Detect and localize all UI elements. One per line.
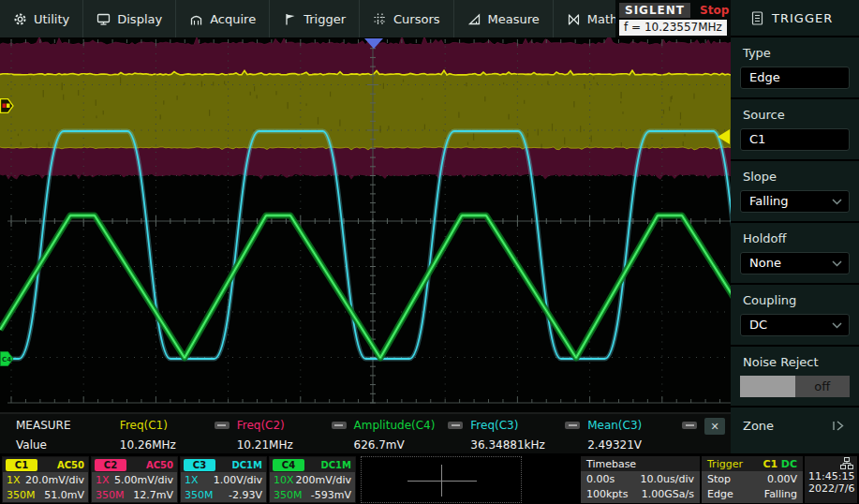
menu-item-display[interactable]: Display	[83, 0, 176, 37]
measure-value: 10.26MHz	[120, 438, 237, 452]
channel-bandwidth: 350M	[7, 488, 36, 502]
trigger-coupling: DC	[781, 458, 797, 470]
channel-offset: 12.7mV	[133, 488, 173, 502]
trigger-level-marker[interactable]	[718, 129, 730, 144]
channel-scale: 200mV/div	[296, 473, 352, 487]
channel-chip[interactable]: C1	[6, 459, 37, 471]
menu-item-cursors[interactable]: Cursors	[360, 0, 454, 37]
remove-measure-button[interactable]	[682, 422, 697, 429]
measure-item-freqc3[interactable]: Freq(C3)36.34881kHz	[470, 414, 587, 453]
remove-measure-button[interactable]	[332, 422, 347, 429]
timebase-delay: 0.00s	[586, 472, 615, 487]
channel-box-c1[interactable]: C1AC501X20.0mV/div350M51.0mV	[2, 456, 89, 503]
trigger-level: 0.00V	[767, 472, 797, 487]
channel-scale: 5.00mV/div	[114, 473, 173, 487]
menu-item-trigger[interactable]: Trigger	[270, 0, 360, 37]
trigger-type-select[interactable]: Edge	[740, 67, 850, 89]
channel-bandwidth: 350M	[274, 488, 303, 502]
remove-measure-button[interactable]	[448, 422, 463, 429]
channel1-offset-marker[interactable]	[0, 98, 14, 113]
channel-bandwidth: 350M	[185, 488, 214, 502]
oscilloscope-screen: UtilityDisplayAcquireTriggerCursorsMeasu…	[0, 0, 859, 504]
close-measure-bar-button[interactable]: ✕	[704, 418, 725, 435]
noise-reject-toggle[interactable]: off	[740, 376, 850, 397]
toggle-state-label: off	[795, 376, 851, 397]
chevron-down-icon	[832, 322, 842, 329]
network-icon[interactable]	[840, 457, 853, 469]
measure-item-amplitudec4[interactable]: Amplitude(C4)626.7mV	[354, 414, 471, 453]
menu-item-acquire[interactable]: Acquire	[176, 0, 270, 37]
channel-chip[interactable]: C3	[184, 459, 215, 471]
trigger-status-box[interactable]: Trigger C1 DC Stop0.00V EdgeFalling	[702, 456, 803, 503]
svg-text:C4: C4	[2, 356, 11, 363]
trigger-status-title: Trigger	[707, 458, 743, 470]
menu-item-label: Utility	[34, 12, 69, 26]
menu-item-label: Acquire	[210, 12, 256, 26]
measure-item-meanc3[interactable]: Mean(C3)2.49321V	[587, 414, 704, 453]
trigger-mode: Stop	[707, 472, 731, 487]
trigger-panel-title: TRIGGER	[731, 0, 859, 37]
channel-bandwidth: 350M	[96, 488, 125, 502]
measure-label: Mean(C3)	[587, 419, 642, 432]
measure-value: 626.7mV	[354, 438, 471, 452]
zone-row[interactable]: Zone	[731, 408, 859, 444]
flag-icon	[283, 12, 297, 26]
trigger-slope: Falling	[764, 487, 797, 502]
trigger-holdoff-select[interactable]: None	[740, 252, 850, 274]
remove-measure-button[interactable]	[215, 422, 230, 429]
trigger-panel: TRIGGER Type Edge Source C1 Slope Fallin…	[731, 0, 859, 454]
trigger-source-select[interactable]: C1	[740, 128, 850, 151]
measure-label: Amplitude(C4)	[354, 419, 436, 432]
measure-icon	[467, 12, 481, 26]
measure-label: Freq(C3)	[470, 419, 518, 432]
measure-value: 36.34881kHz	[470, 438, 587, 452]
chevron-down-icon	[832, 260, 842, 267]
chevron-down-icon	[832, 199, 842, 205]
channel-chip[interactable]: C4	[273, 459, 304, 471]
measure-item-freqc1[interactable]: Freq(C1)10.26MHz	[120, 414, 237, 453]
status-bar: Timebase 0.00s10.0us/div 100kpts1.00GSa/…	[0, 453, 859, 504]
channel-offset: -593mV	[311, 488, 351, 502]
brand-block: SIGLENT Stop f = 10.23557MHz	[615, 0, 731, 37]
channel-box-c2[interactable]: C2AC501X5.00mV/div350M12.7mV	[91, 456, 178, 503]
menu-item-measure[interactable]: Measure	[454, 0, 554, 37]
sample-rate: 1.00GSa/s	[642, 487, 694, 502]
trigger-slope-select[interactable]: Falling	[740, 190, 850, 213]
add-trace-slot[interactable]	[361, 456, 522, 503]
channel-box-c3[interactable]: C3DC1M1X1.00V/div350M-2.93V	[180, 456, 267, 503]
menu-item-utility[interactable]: Utility	[0, 0, 83, 37]
crosshair-icon	[407, 481, 477, 482]
menu-item-label: Cursors	[393, 12, 440, 26]
toggle-handle	[740, 376, 795, 397]
menu-item-label: Trigger	[304, 12, 346, 26]
timebase-scale: 10.0us/div	[641, 472, 694, 487]
trigger-holdoff-label: Holdoff	[743, 231, 859, 245]
frequency-counter: f = 10.23557MHz	[619, 20, 727, 36]
timebase-box[interactable]: Timebase 0.00s10.0us/div 100kpts1.00GSa/…	[581, 456, 700, 503]
remove-measure-button[interactable]	[565, 422, 580, 429]
channel-box-c4[interactable]: C4DC1M10X200mV/div350M-593mV	[269, 456, 356, 503]
menu-item-label: Measure	[488, 12, 540, 26]
channel-scale: 1.00V/div	[214, 473, 262, 487]
channel-coupling: AC50	[57, 460, 84, 470]
menu-item-label: Display	[117, 12, 162, 26]
zone-label: Zone	[743, 419, 774, 433]
trigger-source: C1	[763, 458, 778, 470]
clock-time: 11:45:15	[808, 470, 853, 482]
channel-coupling: DC1M	[231, 460, 262, 470]
channel-chip[interactable]: C2	[95, 459, 126, 471]
measure-item-freqc2[interactable]: Freq(C2)10.21MHz	[237, 414, 354, 453]
channel-coupling: AC50	[146, 460, 173, 470]
trigger-position-marker[interactable]	[364, 38, 383, 49]
channel4-offset-marker[interactable]: C4	[0, 351, 14, 366]
trigger-type: Edge	[707, 487, 733, 502]
timebase-points: 100kpts	[586, 487, 628, 502]
trigger-slope-label: Slope	[743, 170, 859, 184]
measure-value: 2.49321V	[587, 438, 704, 452]
measure-header-column: MEASUREValue	[0, 414, 120, 453]
trigger-coupling-select[interactable]: DC	[740, 314, 850, 336]
trigger-type-label: Type	[743, 46, 859, 60]
gear-icon	[13, 12, 27, 26]
clock-box: 11:45:15 2022/7/6	[805, 456, 857, 503]
siglent-logo: SIGLENT	[619, 3, 690, 18]
